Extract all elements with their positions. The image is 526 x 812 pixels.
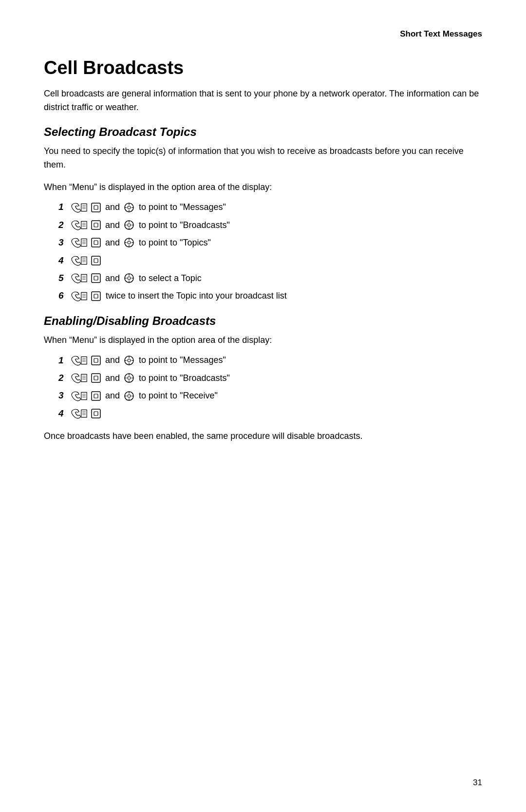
menu-button-icon [90, 255, 102, 266]
nav-circle-icon [123, 237, 135, 248]
svg-point-17 [128, 224, 131, 227]
svg-rect-25 [92, 238, 100, 247]
step-icons: and [70, 236, 135, 250]
svg-rect-42 [94, 276, 98, 280]
step-icons: and [70, 271, 135, 285]
phone-nav-icon [70, 290, 89, 302]
svg-point-44 [128, 277, 131, 280]
step-icons: and [70, 353, 135, 367]
list-item: 4 [58, 253, 482, 268]
step-text: to select a Topic [139, 271, 202, 285]
svg-rect-80 [94, 394, 98, 398]
list-item: 4 [58, 406, 482, 421]
and-text: and [105, 218, 120, 232]
menu-button-icon [90, 237, 102, 248]
page-header: Short Text Messages [44, 29, 482, 43]
step-icons [70, 290, 102, 302]
step-icons: and [70, 218, 135, 232]
phone-nav-icon [70, 219, 89, 231]
menu-button-icon [90, 372, 102, 384]
and-text: and [105, 236, 120, 250]
step-number: 4 [58, 406, 69, 421]
phone-nav-icon [70, 390, 89, 402]
svg-point-71 [128, 377, 131, 379]
list-item: 2 and [58, 218, 482, 232]
page-title: Cell Broadcasts [44, 57, 482, 78]
section1-steps: 1 and [58, 200, 482, 303]
list-item: 3 and [58, 235, 482, 250]
svg-rect-57 [92, 356, 100, 365]
menu-button-icon [90, 219, 102, 231]
section2-title: Enabling/Disabling Broadcasts [44, 314, 482, 328]
svg-rect-37 [94, 259, 98, 263]
section2-steps: 1 and [58, 353, 482, 421]
svg-rect-36 [92, 256, 100, 265]
footer-text: Once broadcasts have been enabled, the s… [44, 430, 482, 443]
list-item: 1 and [58, 353, 482, 368]
step-number: 5 [58, 271, 69, 285]
svg-rect-53 [94, 294, 98, 298]
step-number: 4 [58, 253, 69, 268]
svg-rect-14 [92, 221, 100, 229]
section1-when-text: When “Menu” is displayed in the option a… [44, 181, 482, 194]
and-text: and [105, 271, 120, 285]
svg-rect-90 [92, 409, 100, 418]
section1-title: Selecting Broadcast Topics [44, 125, 482, 139]
list-item: 6 twice to insert the Topic into your br… [58, 288, 482, 303]
step-text: twice to insert the Topic into your broa… [106, 289, 287, 303]
svg-rect-15 [94, 223, 98, 227]
svg-rect-69 [94, 376, 98, 380]
list-item: 1 and [58, 200, 482, 214]
and-text: and [105, 371, 120, 385]
nav-circle-icon [123, 390, 135, 402]
nav-circle-icon [123, 202, 135, 213]
phone-nav-icon [70, 254, 89, 267]
nav-circle-icon [123, 355, 135, 366]
phone-nav-icon [70, 236, 89, 249]
page-number: 31 [473, 778, 482, 788]
intro-text: Cell broadcasts are general information … [44, 87, 482, 114]
svg-rect-41 [92, 274, 100, 283]
step-text: to point to "Topics" [139, 236, 211, 250]
svg-point-60 [128, 359, 131, 362]
nav-circle-icon [123, 272, 135, 284]
step-number: 1 [58, 353, 69, 368]
svg-point-28 [128, 241, 131, 244]
menu-button-icon [90, 408, 102, 419]
section1-description: You need to specify the topic(s) of info… [44, 145, 482, 172]
step-number: 3 [58, 235, 69, 250]
svg-point-6 [128, 206, 131, 209]
step-text: to point to "Messages" [139, 353, 226, 367]
phone-nav-icon [70, 407, 89, 420]
phone-nav-icon [70, 272, 89, 284]
phone-nav-icon [70, 201, 89, 214]
svg-rect-26 [94, 241, 98, 245]
step-icons [70, 254, 102, 267]
nav-circle-icon [123, 219, 135, 231]
phone-nav-icon [70, 372, 89, 384]
menu-button-icon [90, 272, 102, 284]
svg-rect-4 [94, 206, 98, 209]
and-text: and [105, 353, 120, 367]
step-number: 2 [58, 218, 69, 232]
step-icons [70, 407, 102, 420]
step-number: 6 [58, 288, 69, 303]
menu-button-icon [90, 355, 102, 366]
step-text: to point to "Broadcasts" [139, 371, 230, 385]
list-item: 2 and [58, 371, 482, 385]
list-item: 5 and [58, 271, 482, 285]
svg-point-82 [128, 395, 131, 397]
svg-rect-58 [94, 359, 98, 362]
section2-when-text: When “Menu” is displayed in the option a… [44, 334, 482, 347]
svg-rect-3 [92, 203, 100, 212]
step-number: 2 [58, 371, 69, 385]
menu-button-icon [90, 390, 102, 402]
menu-button-icon [90, 290, 102, 302]
svg-rect-52 [92, 292, 100, 301]
svg-rect-68 [92, 374, 100, 382]
step-icons: and [70, 371, 135, 385]
svg-rect-79 [92, 392, 100, 400]
step-icons: and [70, 389, 135, 403]
nav-circle-icon [123, 372, 135, 384]
and-text: and [105, 200, 120, 214]
